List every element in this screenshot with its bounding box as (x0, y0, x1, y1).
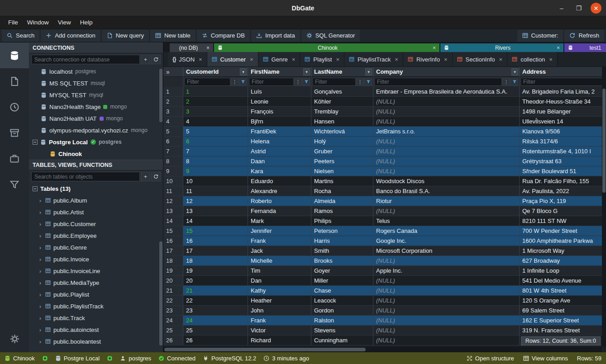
column-menu-button[interactable]: ▾ (303, 68, 310, 76)
refresh-connections-button[interactable] (151, 55, 161, 64)
table-item-public-album[interactable]: ›public.Album (29, 194, 163, 206)
toolbar-search-button[interactable]: Search (2, 30, 39, 42)
grid-cell[interactable]: Klanova 9/506 (520, 127, 606, 136)
add-connection-icon-button[interactable]: + (141, 55, 150, 64)
grid-cell[interactable]: Av. Brigadeiro Faria Lima, 2 (520, 87, 606, 96)
grid-cell[interactable]: Leacock (311, 296, 373, 305)
table-item-public-mediatype[interactable]: ›public.MediaType (29, 277, 163, 288)
filter-input-company[interactable] (374, 78, 502, 86)
grid-cell[interactable]: Rua Dr. Falcão Filho, 155 (520, 176, 606, 186)
grid-cell[interactable]: (NULL) (373, 206, 520, 216)
activity-filter-button[interactable] (0, 171, 29, 197)
grid-cell[interactable]: Rocha (311, 186, 373, 196)
grid-cell[interactable]: Microsoft Corporation (373, 246, 520, 255)
grid-cell[interactable]: Jack (248, 246, 311, 255)
grid-cell[interactable]: Sřnder Boulevard 51 (520, 166, 606, 176)
table-row[interactable]: 22LeonieKöhler(NULL)Theodor-Heuss-Straße… (163, 97, 606, 107)
grid-cell[interactable]: Martins (311, 176, 373, 186)
chevron-right-icon[interactable]: › (38, 326, 43, 333)
grid-cell[interactable]: Victor (248, 326, 311, 335)
chevron-right-icon[interactable]: › (38, 279, 43, 286)
grid-cell[interactable]: 18 (183, 256, 248, 265)
close-icon[interactable]: × (499, 56, 503, 63)
table-row[interactable]: 55FrantiĐekWichterlováJetBrains s.r.o.Kl… (163, 127, 606, 137)
grid-cell[interactable]: (NULL) (373, 286, 520, 295)
grid-cell[interactable]: Alexandre (248, 186, 311, 196)
chevron-right-icon[interactable]: › (38, 197, 43, 204)
chevron-right-icon[interactable]: › (38, 338, 43, 345)
grid-cell[interactable]: Google Inc. (373, 236, 520, 246)
grid-cell[interactable]: Frank (248, 236, 311, 246)
grid-cell[interactable]: 8 (183, 156, 248, 166)
table-row[interactable]: 2121KathyChase(NULL)801 W 4th Street (163, 286, 606, 296)
table-item-public-playlist[interactable]: ›public.Playlist (29, 288, 163, 300)
grid-cell[interactable]: Rilská 3174/6 (520, 137, 606, 146)
table-row[interactable]: 2424FrankRalston(NULL)162 E Superior Str… (163, 316, 606, 326)
chevron-right-icon[interactable]: › (38, 256, 43, 263)
grid-cell[interactable]: 1 Infinite Loop (520, 266, 606, 275)
db-tab-no-db[interactable]: (no DB)× (170, 43, 213, 52)
grid-cell[interactable]: Köhler (311, 97, 373, 106)
grid-cell[interactable]: 5 (183, 127, 248, 136)
grid-cell[interactable]: Wichterlová (311, 127, 373, 136)
column-menu-button[interactable]: ▾ (365, 68, 372, 76)
grid-cell[interactable]: Michelle (248, 256, 311, 265)
grid-cell[interactable]: Leonie (248, 97, 311, 106)
table-row[interactable]: 66HelenaHolý(NULL)Rilská 3174/6 (163, 137, 606, 147)
grid-cell[interactable]: 2 (183, 97, 248, 106)
activity-settings-button[interactable] (0, 325, 29, 352)
grid-cell[interactable]: Astrid (248, 147, 311, 156)
grid-cell[interactable]: Nielsen (311, 166, 373, 176)
toolbar-new-table-button[interactable]: New table (150, 30, 196, 42)
grid-cell[interactable]: 9 (183, 166, 248, 176)
grid-horizontal-scrollbar-thumb[interactable] (164, 348, 366, 351)
table-row[interactable]: 1616FrankHarrisGoogle Inc.1600 Amphithea… (163, 236, 606, 246)
grid-cell[interactable]: (NULL) (373, 296, 520, 305)
column-menu-button[interactable]: ▾ (240, 68, 247, 76)
table-row[interactable]: 1414MarkPhilipsTelus8210 111 ST NW (163, 216, 606, 226)
grid-cell[interactable]: Embraer - Empresa Brasileira de Aeronáut… (373, 87, 520, 96)
close-icon[interactable]: × (292, 56, 296, 63)
maximize-button[interactable]: ❐ (573, 3, 584, 14)
grid-cell[interactable]: 1 Microsoft Way (520, 246, 606, 255)
grid-cell[interactable]: 15 (183, 226, 248, 236)
grid-cell[interactable]: Grétrystraat 63 (520, 156, 606, 166)
connection-item-ms-sql-test[interactable]: MS SQL TESTmssql (29, 77, 163, 89)
grid-cell[interactable]: Hansen (311, 117, 373, 126)
grid-cell[interactable]: 23 (183, 306, 248, 315)
grid-cell[interactable]: 21 (183, 286, 248, 295)
tables-group[interactable]: −Tables (13) (29, 183, 163, 194)
table-row[interactable]: 2020DanMiller(NULL)541 Del Medio Avenue (163, 276, 606, 286)
tables-scrollbar[interactable] (159, 241, 162, 345)
grid-cell[interactable]: 1498 rue Bélanger (520, 107, 606, 116)
table-row[interactable]: 1111AlexandreRochaBanco do Brasil S.A.Av… (163, 186, 606, 196)
grid-cell[interactable]: Qe 7 Bloco G (520, 206, 606, 216)
grid-cell[interactable]: 16 (183, 236, 248, 246)
connection-item-olympus-medportal-vychozi-cz[interactable]: olympus-medportal.vychozi.czmongo (29, 124, 163, 136)
table-item-public-customer[interactable]: ›public.Customer (29, 218, 163, 230)
table-row[interactable]: 77AstridGruber(NULL)Rotenturmstraße 4, 1… (163, 147, 606, 156)
grid-cell[interactable]: (NULL) (373, 276, 520, 285)
filter-menu-button[interactable]: ⋮ (356, 78, 364, 86)
toolbar-sql-generator-button[interactable]: SQL Generator (301, 30, 360, 42)
grid-cell[interactable]: Cunningham (311, 336, 373, 345)
menu-view[interactable]: View (53, 18, 76, 27)
grid-cell[interactable]: (NULL) (373, 97, 520, 106)
db-tab-rivers[interactable]: Rivers× (440, 43, 563, 52)
grid-cell[interactable]: (NULL) (373, 316, 520, 325)
table-row[interactable]: 2525VictorStevens(NULL)319 N. Frances St… (163, 326, 606, 336)
activity-history-button[interactable] (0, 94, 29, 120)
connection-item-mysql-test[interactable]: MYSQL TESTmysql (29, 89, 163, 101)
chevron-right-icon[interactable]: › (38, 221, 43, 227)
table-item-public-artist[interactable]: ›public.Artist (29, 206, 163, 218)
grid-cell[interactable]: 319 N. Frances Street (520, 326, 606, 335)
close-icon[interactable]: × (444, 56, 448, 63)
table-row[interactable]: 1818MichelleBrooks(NULL)627 Broadway (163, 256, 606, 266)
table-item-public-invoice[interactable]: ›public.Invoice (29, 253, 163, 265)
grid-cell[interactable]: Smith (311, 246, 373, 255)
table-row[interactable]: 1717JackSmithMicrosoft Corporation1 Micr… (163, 246, 606, 256)
chevron-right-icon[interactable]: › (38, 209, 43, 216)
grid-cell[interactable]: 8210 111 ST NW (520, 216, 606, 226)
grid-cell[interactable]: Dan (248, 276, 311, 285)
tab-json[interactable]: {}JSON× (168, 52, 207, 66)
